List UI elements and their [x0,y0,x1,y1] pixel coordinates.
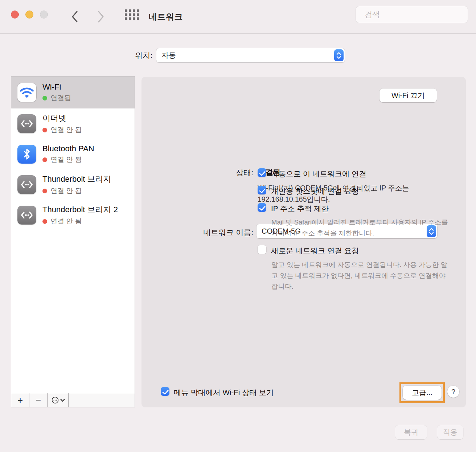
ethernet-icon [17,114,36,133]
checkbox-auto-join-label: 자동으로 이 네트워크에 연결 [271,169,366,179]
services-sidebar: Wi-Fi 연결됨 이더넷 연결 안 됨 [11,76,135,407]
wifi-off-button[interactable]: Wi-Fi 끄기 [379,89,437,102]
bridge-icon [17,175,36,194]
checkbox-show-wifi-menubar[interactable] [161,387,169,396]
sidebar-item-wifi[interactable]: Wi-Fi 연결됨 [11,77,135,108]
checkbox-ask-hotspot-label: 개인용 핫스팟에 연결 요청 [271,186,359,196]
wifi-icon [17,83,36,102]
service-label: Bluetooth PAN [42,144,94,153]
status-dot [42,128,47,132]
window-title: 네트워크 [149,0,183,34]
location-value: 자동 [156,50,334,60]
service-label: Thunderbolt 브리지 2 [42,204,118,215]
zoom-button-disabled [40,11,48,19]
add-service-button[interactable]: + [11,393,29,407]
search-field[interactable] [356,6,468,23]
back-button[interactable] [69,9,81,25]
sidebar-item-thunderbolt-bridge[interactable]: Thunderbolt 브리지 연결 안 됨 [11,169,135,200]
bluetooth-icon [17,145,36,164]
checkbox-limit-ip-tracking[interactable] [258,203,266,212]
checkbox-auto-join[interactable] [258,168,266,177]
service-status: 연결 안 됨 [50,125,82,135]
limit-ip-tracking-description: Mail 및 Safari에서 알려진 트래커로부터 사용자의 IP 주소를 가… [271,217,455,239]
help-button[interactable]: ? [447,386,459,398]
network-name-label: 네트워크 이름: [141,227,253,238]
service-label: Wi-Fi [42,82,71,92]
search-input[interactable] [365,10,463,19]
dropdown-stepper-icon [334,49,344,61]
checkbox-ask-hotspot[interactable] [258,186,266,194]
show-all-grid-icon[interactable] [125,9,140,20]
apply-button: 적용 [437,425,463,439]
service-status: 연결 안 됨 [50,217,82,226]
chevron-down-icon [60,399,65,402]
window-toolbar: 네트워크 [0,0,476,34]
status-label: 상태: [141,168,253,178]
service-status: 연결 안 됨 [50,186,82,196]
ask-new-networks-description: 알고 있는 네트워크에 자동으로 연결됩니다. 사용 가능한 알고 있는 네트워… [271,259,451,292]
location-label: 위치: [0,50,152,61]
action-menu-button[interactable] [48,393,69,407]
chevron-right-icon [97,11,104,23]
minimize-button[interactable] [25,11,33,19]
advanced-highlight-annotation: 고급... [399,382,445,403]
sidebar-footer: + − [11,393,135,407]
status-dot [42,219,47,224]
forward-button [95,9,107,25]
revert-button: 복귀 [395,425,427,439]
bridge-icon [17,206,36,225]
location-dropdown[interactable]: 자동 [156,48,345,62]
service-label: 이더넷 [42,113,82,124]
sidebar-item-thunderbolt-bridge-2[interactable]: Thunderbolt 브리지 2 연결 안 됨 [11,200,135,230]
sidebar-item-bluetooth-pan[interactable]: Bluetooth PAN 연결 안 됨 [11,139,135,169]
ellipsis-circle-icon [51,396,59,404]
checkbox-ask-new-networks-label: 새로운 네트워크 연결 요청 [271,246,359,256]
status-dot [42,157,47,162]
close-button[interactable] [11,11,19,19]
settings-panel: 상태: 연결됨 Wi-Fi 끄기 Wi-Fi이(가) CODEM-5G에 연결되… [141,77,466,407]
service-status: 연결 안 됨 [50,155,82,164]
advanced-button[interactable]: 고급... [403,386,442,400]
chevron-left-icon [71,11,78,23]
service-status: 연결됨 [50,93,71,103]
checkbox-ask-new-networks[interactable] [258,245,266,254]
status-dot [42,96,47,100]
checkbox-show-wifi-menubar-label: 메뉴 막대에서 Wi-Fi 상태 보기 [174,387,274,398]
status-dot [42,189,47,193]
checkbox-limit-ip-tracking-label: IP 주소 추적 제한 [271,204,329,214]
sidebar-item-ethernet[interactable]: 이더넷 연결 안 됨 [11,108,135,139]
remove-service-button[interactable]: − [29,393,48,407]
service-label: Thunderbolt 브리지 [42,174,111,185]
